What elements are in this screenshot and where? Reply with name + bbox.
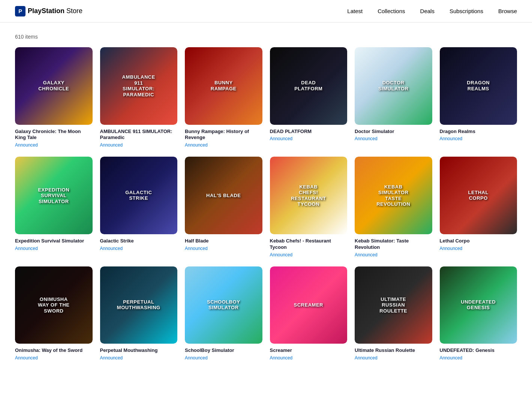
game-thumb-wrapper: GALACTIC STRIKE bbox=[100, 157, 178, 234]
playstation-icon: P bbox=[15, 6, 25, 16]
game-title: Onimusha: Way of the Sword bbox=[15, 347, 93, 354]
game-thumb-wrapper: EXPEDITION SURVIVAL SIMULATOR bbox=[15, 157, 93, 234]
game-card-half-blade[interactable]: HAL'S BLADE Half Blade Announced bbox=[185, 157, 262, 257]
game-card-dragon-realms[interactable]: Dragon Realms Dragon Realms Announced bbox=[440, 47, 517, 148]
game-status: Announced bbox=[440, 355, 517, 361]
game-thumb: Kebab Simulator Taste Revolution bbox=[355, 157, 432, 234]
game-status: Announced bbox=[185, 142, 262, 148]
game-title: Bunny Rampage: History of Revenge bbox=[185, 129, 262, 141]
thumb-overlay-label: UNDEFEATED GENESIS bbox=[459, 299, 498, 311]
thumb-overlay-label: PERPETUAL MOUTHWASHING bbox=[117, 299, 160, 311]
game-card-kebab-chefs[interactable]: Kebab Chefs! Restaurant Tycoon Kebab Che… bbox=[270, 157, 348, 257]
game-title: Galactic Strike bbox=[100, 238, 178, 244]
game-thumb: PERPETUAL MOUTHWASHING bbox=[100, 266, 178, 344]
game-thumb-wrapper: BUNNY RAMPAGE bbox=[185, 47, 262, 125]
game-status: Announced bbox=[440, 246, 517, 251]
thumb-overlay-label: DEAD PLATFORM bbox=[289, 80, 328, 92]
game-title: Screamer bbox=[270, 347, 348, 354]
game-status: Announced bbox=[355, 252, 432, 257]
game-title: Dragon Realms bbox=[440, 129, 517, 135]
game-status: Announced bbox=[355, 355, 432, 361]
game-thumb-wrapper: ONIMUSHA Way of the Sword bbox=[15, 266, 93, 344]
game-thumb: SCREAMER bbox=[270, 266, 348, 344]
game-card-galactic-strike[interactable]: GALACTIC STRIKE Galactic Strike Announce… bbox=[100, 157, 178, 257]
game-card-onimusha[interactable]: ONIMUSHA Way of the Sword Onimusha: Way … bbox=[15, 266, 93, 361]
nav-browse[interactable]: Browse bbox=[498, 8, 517, 14]
game-title: DEAD PLATFORM bbox=[270, 129, 348, 135]
game-card-schoolboy-simulator[interactable]: SchoolBoy Simulator SchoolBoy Simulator … bbox=[185, 266, 262, 361]
game-thumb-wrapper: LETHAL CORPO bbox=[440, 157, 517, 234]
game-thumb: AMBULANCE 911 SIMULATOR: PARAMEDIC bbox=[100, 47, 178, 125]
game-status: Announced bbox=[15, 355, 93, 361]
game-thumb: HAL'S BLADE bbox=[185, 157, 262, 234]
game-thumb-wrapper: Dragon Realms bbox=[440, 47, 517, 125]
thumb-overlay-label: AMBULANCE 911 SIMULATOR: PARAMEDIC bbox=[119, 74, 158, 97]
game-card-kebab-simulator[interactable]: Kebab Simulator Taste Revolution Kebab S… bbox=[355, 157, 432, 257]
thumb-overlay-label: ULTIMATE RUSSIAN ROULETTE bbox=[374, 296, 413, 314]
game-thumb: LETHAL CORPO bbox=[440, 157, 517, 234]
game-title: Doctor Simulator bbox=[355, 129, 432, 135]
game-title: Expedition Survival Simulator bbox=[15, 238, 93, 244]
game-card-ambulance-911[interactable]: AMBULANCE 911 SIMULATOR: PARAMEDIC AMBUL… bbox=[100, 47, 178, 148]
game-status: Announced bbox=[185, 355, 262, 361]
game-card-bunny-rampage[interactable]: BUNNY RAMPAGE Bunny Rampage: History of … bbox=[185, 47, 262, 148]
thumb-overlay-label: GALACTIC STRIKE bbox=[119, 190, 158, 201]
game-card-undefeated-genesis[interactable]: UNDEFEATED GENESIS UNDEFEATED: Genesis A… bbox=[440, 266, 517, 361]
game-thumb: UNDEFEATED GENESIS bbox=[440, 266, 517, 344]
game-card-dead-platform[interactable]: DEAD PLATFORM DEAD PLATFORM Announced bbox=[270, 47, 348, 148]
game-thumb: EXPEDITION SURVIVAL SIMULATOR bbox=[15, 157, 93, 234]
game-card-galaxy-chronicle[interactable]: Galaxy Chronicle Galaxy Chronicle: The M… bbox=[15, 47, 93, 148]
thumb-overlay-label: ONIMUSHA Way of the Sword bbox=[34, 296, 73, 314]
thumb-overlay-label: DOCTOR SIMULATOR bbox=[374, 80, 413, 92]
game-status: Announced bbox=[100, 246, 178, 251]
game-title: Perpetual Mouthwashing bbox=[100, 347, 178, 354]
nav-deals[interactable]: Deals bbox=[420, 8, 435, 14]
game-thumb: ULTIMATE RUSSIAN ROULETTE bbox=[355, 266, 432, 344]
header: P PlayStation Store Latest Collections D… bbox=[0, 0, 532, 22]
game-thumb-wrapper: AMBULANCE 911 SIMULATOR: PARAMEDIC bbox=[100, 47, 178, 125]
game-status: Announced bbox=[270, 136, 348, 141]
thumb-overlay-label: SchoolBoy Simulator bbox=[204, 299, 243, 311]
game-card-doctor-simulator[interactable]: DOCTOR SIMULATOR Doctor Simulator Announ… bbox=[355, 47, 432, 148]
game-title: Half Blade bbox=[185, 238, 262, 244]
game-thumb-wrapper: Kebab Simulator Taste Revolution bbox=[355, 157, 432, 234]
game-thumb: Galaxy Chronicle bbox=[15, 47, 93, 125]
thumb-overlay-label: LETHAL CORPO bbox=[459, 190, 498, 201]
game-title: Kebab Chefs! - Restaurant Tycoon bbox=[270, 238, 348, 251]
game-title: UNDEFEATED: Genesis bbox=[440, 347, 517, 354]
items-count: 610 items bbox=[15, 34, 517, 40]
nav-latest[interactable]: Latest bbox=[347, 8, 363, 14]
game-card-ultimate-russian-roulette[interactable]: ULTIMATE RUSSIAN ROULETTE Ultimate Russi… bbox=[355, 266, 432, 361]
thumb-overlay-label: BUNNY RAMPAGE bbox=[204, 80, 243, 92]
thumb-overlay-label: Galaxy Chronicle bbox=[34, 80, 73, 92]
game-thumb-wrapper: Galaxy Chronicle bbox=[15, 47, 93, 125]
game-thumb: DOCTOR SIMULATOR bbox=[355, 47, 432, 125]
game-title: SchoolBoy Simulator bbox=[185, 347, 262, 354]
thumb-overlay-label: Kebab Simulator Taste Revolution bbox=[374, 184, 413, 207]
game-thumb-wrapper: SchoolBoy Simulator bbox=[185, 266, 262, 344]
logo-store: Store bbox=[64, 7, 82, 15]
game-status: Announced bbox=[100, 142, 178, 148]
nav-collections[interactable]: Collections bbox=[378, 8, 405, 14]
game-card-screamer[interactable]: SCREAMER Screamer Announced bbox=[270, 266, 348, 361]
nav-subscriptions[interactable]: Subscriptions bbox=[450, 8, 483, 14]
thumb-overlay-label: Dragon Realms bbox=[459, 80, 498, 92]
logo-text: PlayStation Store bbox=[28, 7, 82, 15]
game-title: Lethal Corpo bbox=[440, 238, 517, 244]
game-status: Announced bbox=[355, 136, 432, 141]
game-thumb-wrapper: PERPETUAL MOUTHWASHING bbox=[100, 266, 178, 344]
game-thumb: SchoolBoy Simulator bbox=[185, 266, 262, 344]
game-thumb-wrapper: DEAD PLATFORM bbox=[270, 47, 348, 125]
games-grid: Galaxy Chronicle Galaxy Chronicle: The M… bbox=[15, 47, 517, 361]
game-card-perpetual-mouthwashing[interactable]: PERPETUAL MOUTHWASHING Perpetual Mouthwa… bbox=[100, 266, 178, 361]
game-status: Announced bbox=[100, 355, 178, 361]
game-card-lethal-corpo[interactable]: LETHAL CORPO Lethal Corpo Announced bbox=[440, 157, 517, 257]
logo-playstation: PlayStation bbox=[28, 7, 64, 15]
logo-area: P PlayStation Store bbox=[15, 6, 82, 16]
game-thumb: ONIMUSHA Way of the Sword bbox=[15, 266, 93, 344]
game-card-expedition-survival[interactable]: EXPEDITION SURVIVAL SIMULATOR Expedition… bbox=[15, 157, 93, 257]
game-status: Announced bbox=[15, 246, 93, 251]
game-title: Kebab Simulator: Taste Revolution bbox=[355, 238, 432, 251]
game-thumb-wrapper: SCREAMER bbox=[270, 266, 348, 344]
game-status: Announced bbox=[440, 136, 517, 141]
